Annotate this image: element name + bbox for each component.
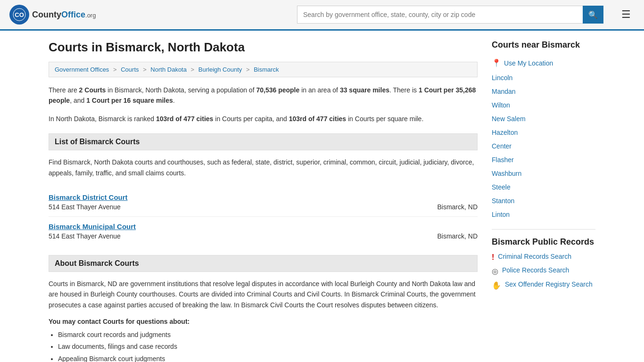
nearby-city-6[interactable]: Flasher	[492, 153, 595, 167]
list-section: List of Bismarck Courts Find Bismarck, N…	[49, 133, 478, 246]
public-record-2: ✋ Sex Offender Registry Search	[492, 280, 595, 290]
about-section: About Bismarck Courts Courts in Bismarck…	[49, 255, 478, 362]
nearby-city-4[interactable]: Hazelton	[492, 126, 595, 140]
contact-item-2: Law documents, filings and case records	[58, 341, 478, 353]
header: CO CountyOffice.org 🔍 ☰	[0, 0, 644, 31]
sex-offender-link[interactable]: Sex Offender Registry Search	[505, 280, 593, 288]
court-name-1[interactable]: Bismarck District Court	[49, 193, 478, 201]
search-area: 🔍	[297, 6, 603, 24]
hamburger-icon: ☰	[621, 8, 631, 20]
contact-list: Bismarck court records and judgments Law…	[49, 329, 478, 362]
page-title: Courts in Bismarck, North Dakota	[49, 40, 478, 55]
courts-near-title: Courts near Bismarck	[492, 40, 595, 53]
courts-count: 2 Courts	[79, 86, 106, 94]
nearby-city-8[interactable]: Steele	[492, 181, 595, 194]
breadcrumb-county[interactable]: Burleigh County	[198, 66, 242, 73]
public-record-0: ! Criminal Records Search	[492, 253, 595, 262]
logo[interactable]: CO CountyOffice.org	[9, 5, 96, 25]
nearby-city-1[interactable]: Mandan	[492, 85, 595, 99]
breadcrumb-courts[interactable]: Courts	[121, 66, 139, 73]
court-item-1: Bismarck District Court 514 East Thayer …	[49, 188, 478, 217]
breadcrumb: Government Offices > Courts > North Dako…	[49, 62, 478, 77]
criminal-records-link[interactable]: Criminal Records Search	[498, 253, 571, 260]
court-city-1: Bismarck, ND	[437, 203, 478, 211]
list-section-header: List of Bismarck Courts	[49, 133, 478, 150]
criminal-records-icon: !	[492, 253, 494, 262]
contact-header: You may contact Courts for questions abo…	[49, 318, 478, 325]
breadcrumb-nd[interactable]: North Dakota	[150, 66, 187, 73]
sidebar-divider	[492, 229, 595, 230]
court-city-2: Bismarck, ND	[437, 232, 478, 240]
nearby-city-2[interactable]: Wilton	[492, 99, 595, 112]
police-records-icon: ◎	[492, 267, 498, 276]
court-item-2: Bismarck Municipal Court 514 East Thayer…	[49, 217, 478, 246]
search-input[interactable]	[297, 6, 583, 24]
menu-button[interactable]: ☰	[618, 7, 635, 23]
court-address-1: 514 East Thayer Avenue	[49, 203, 121, 211]
population: 70,536 people	[256, 86, 299, 94]
use-location-label: Use My Location	[504, 59, 553, 67]
content-area: Courts in Bismarck, North Dakota Governm…	[49, 40, 478, 362]
logo-text: CountyOffice.org	[32, 10, 96, 20]
breadcrumb-sep2: >	[143, 66, 148, 73]
area: 33 square miles	[340, 86, 389, 94]
main-container: Courts in Bismarck, North Dakota Governm…	[39, 31, 605, 362]
location-pin-icon: 📍	[492, 58, 501, 67]
breadcrumb-sep: >	[113, 66, 118, 73]
sex-offender-icon: ✋	[492, 281, 501, 290]
public-record-1: ◎ Police Records Search	[492, 266, 595, 276]
nearby-city-3[interactable]: New Salem	[492, 112, 595, 126]
police-records-link[interactable]: Police Records Search	[502, 266, 569, 274]
breadcrumb-sep3: >	[191, 66, 196, 73]
contact-item-1: Bismarck court records and judgments	[58, 329, 478, 341]
sidebar: Courts near Bismarck 📍 Use My Location L…	[492, 40, 595, 362]
court-address-2: 514 East Thayer Avenue	[49, 232, 121, 240]
use-location-link[interactable]: 📍 Use My Location	[492, 58, 595, 67]
contact-item-3: Appealing Bismarck court judgments	[58, 353, 478, 362]
rank1: 103rd of 477 cities	[156, 115, 213, 123]
nearby-city-9[interactable]: Stanton	[492, 194, 595, 208]
breadcrumb-city[interactable]: Bismarck	[254, 66, 279, 73]
about-text: Courts in Bismarck, ND are government in…	[49, 279, 478, 310]
logo-icon: CO	[9, 5, 29, 25]
nearby-city-10[interactable]: Linton	[492, 208, 595, 222]
nearby-cities-list: Lincoln Mandan Wilton New Salem Hazelton…	[492, 71, 595, 222]
court-name-2[interactable]: Bismarck Municipal Court	[49, 222, 478, 230]
nearby-city-0[interactable]: Lincoln	[492, 71, 595, 85]
breadcrumb-sep4: >	[246, 66, 251, 73]
rank2: 103rd of 477 cities	[289, 115, 346, 123]
search-button[interactable]: 🔍	[583, 6, 603, 24]
court-details-1: 514 East Thayer Avenue Bismarck, ND	[49, 203, 478, 211]
find-text: Find Bismarck, North Dakota courts and c…	[49, 157, 478, 178]
per-area: 1 Court per 16 square miles	[86, 97, 173, 104]
search-icon: 🔍	[588, 11, 598, 19]
about-section-header: About Bismarck Courts	[49, 255, 478, 272]
description: There are 2 Courts in Bismarck, North Da…	[49, 85, 478, 106]
breadcrumb-gov-offices[interactable]: Government Offices	[55, 66, 109, 73]
rank-text: In North Dakota, Bismarck is ranked 103r…	[49, 114, 478, 124]
nearby-city-7[interactable]: Washburn	[492, 167, 595, 181]
public-records-title: Bismarck Public Records	[492, 237, 595, 247]
svg-text:CO: CO	[15, 11, 24, 18]
court-details-2: 514 East Thayer Avenue Bismarck, ND	[49, 232, 478, 240]
nearby-city-5[interactable]: Center	[492, 140, 595, 153]
